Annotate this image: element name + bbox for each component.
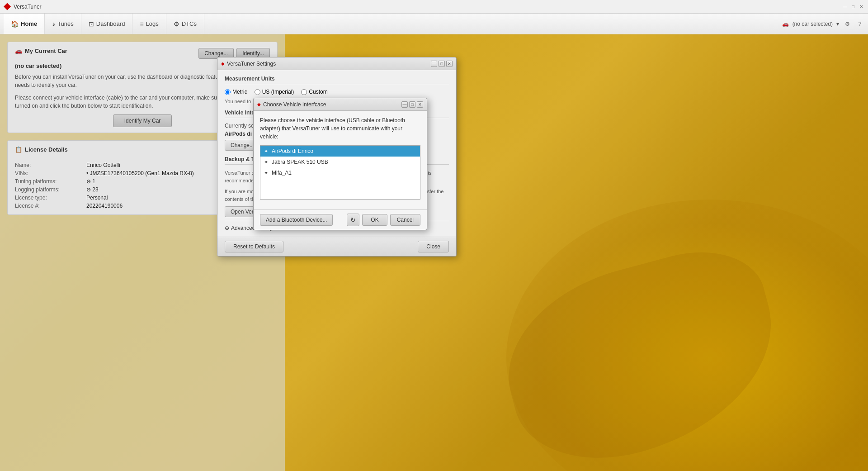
cancel-button[interactable]: Cancel xyxy=(390,214,420,226)
tab-dtcs[interactable]: ⚙ DTCs xyxy=(166,14,204,34)
radio-us[interactable]: US (Imperial) xyxy=(255,89,294,95)
radio-custom[interactable]: Custom xyxy=(301,89,327,95)
vehicle-action-buttons: ↻ OK Cancel xyxy=(347,214,420,226)
no-car-label: (no car selected) xyxy=(793,21,833,27)
tab-home-label: Home xyxy=(21,20,37,27)
tab-home[interactable]: 🏠 Home xyxy=(4,14,45,34)
vehicle-maximize-button[interactable]: □ xyxy=(409,101,415,108)
app-title: VersaTuner xyxy=(14,4,42,10)
device-item-jabra[interactable]: Jabra SPEAK 510 USB xyxy=(260,157,420,167)
settings-minimize-button[interactable]: — xyxy=(431,61,437,67)
settings-close-button[interactable]: ✕ xyxy=(446,61,453,67)
vehicle-dialog-controls: — □ ✕ xyxy=(401,101,423,108)
device-name-0: AirPods di Enrico xyxy=(272,148,313,154)
measurement-radio-group: Metric US (Imperial) Custom xyxy=(225,89,449,95)
home-icon: 🏠 xyxy=(11,20,19,28)
window-controls: — □ ✕ xyxy=(842,4,864,10)
dtcs-icon: ⚙ xyxy=(174,20,179,28)
settings-dialog-titlebar: ◆ VersaTuner Settings — □ ✕ xyxy=(217,57,456,70)
advanced-chevron-icon: ⊖ xyxy=(225,225,229,231)
bluetooth-icon-1 xyxy=(264,159,268,165)
device-item-mifa[interactable]: Mifa_A1 xyxy=(260,167,420,178)
vehicle-dialog-description: Please choose the vehicle interface (USB… xyxy=(260,116,420,141)
tab-dtcs-label: DTCs xyxy=(182,20,197,27)
maximize-button[interactable]: □ xyxy=(850,4,856,10)
device-name-1: Jabra SPEAK 510 USB xyxy=(272,159,328,165)
tab-logs-label: Logs xyxy=(146,20,159,27)
tab-logs[interactable]: ≡ Logs xyxy=(132,14,166,34)
refresh-button[interactable]: ↻ xyxy=(347,214,359,226)
measurement-units-title: Measurement Units xyxy=(225,76,449,84)
vehicle-dialog-body: Please choose the vehicle interface (USB… xyxy=(254,111,427,209)
logs-icon: ≡ xyxy=(140,20,143,28)
tab-dashboard[interactable]: ⊡ Dashboard xyxy=(81,14,133,34)
bluetooth-icon-2 xyxy=(264,170,268,176)
settings-close-footer-button[interactable]: Close xyxy=(418,241,449,252)
settings-maximize-button[interactable]: □ xyxy=(439,61,445,67)
settings-dialog-title-text: ◆ VersaTuner Settings xyxy=(221,61,276,67)
app-window: VersaTuner — □ ✕ 🏠 Home ♪ Tunes ⊡ Dashbo… xyxy=(0,0,868,471)
settings-dialog-label: VersaTuner Settings xyxy=(227,61,276,67)
vehicle-dialog-title-text: ◆ Choose Vehicle Interfcace xyxy=(257,101,326,108)
car-icon: 🚗 xyxy=(782,21,789,27)
device-list: AirPods di Enrico Jabra SPEAK 510 USB Mi… xyxy=(260,145,420,200)
tab-dashboard-label: Dashboard xyxy=(96,20,125,27)
device-name-2: Mifa_A1 xyxy=(272,170,292,176)
vehicle-interface-dialog: ◆ Choose Vehicle Interfcace — □ ✕ Please… xyxy=(253,98,427,230)
vehicle-minimize-button[interactable]: — xyxy=(401,101,408,108)
tab-tunes[interactable]: ♪ Tunes xyxy=(45,14,81,34)
vehicle-dialog-titlebar: ◆ Choose Vehicle Interfcace — □ ✕ xyxy=(254,98,427,111)
refresh-icon: ↻ xyxy=(350,216,356,224)
title-bar: VersaTuner — □ ✕ xyxy=(0,0,868,14)
settings-icon[interactable]: ⚙ xyxy=(843,19,852,29)
radio-custom-label: Custom xyxy=(309,89,327,95)
vehicle-close-button[interactable]: ✕ xyxy=(417,101,423,108)
tunes-icon: ♪ xyxy=(52,20,55,28)
vehicle-dialog-label: Choose Vehicle Interfcace xyxy=(263,101,326,108)
bluetooth-icon-0 xyxy=(264,148,268,154)
nav-tabs: 🏠 Home ♪ Tunes ⊡ Dashboard ≡ Logs ⚙ DTCs xyxy=(4,14,204,34)
reset-defaults-button[interactable]: Reset to Defaults xyxy=(225,241,283,252)
nav-dropdown-icon[interactable]: ▾ xyxy=(836,21,839,27)
nav-right: 🚗 (no car selected) ▾ ⚙ ? xyxy=(782,19,864,29)
radio-metric[interactable]: Metric xyxy=(225,89,247,95)
main-content: 🚗 My Current Car Change... Identify... (… xyxy=(0,34,868,471)
nav-bar: 🏠 Home ♪ Tunes ⊡ Dashboard ≡ Logs ⚙ DTCs… xyxy=(0,14,868,34)
ok-button[interactable]: OK xyxy=(362,214,387,226)
app-icon xyxy=(4,3,11,10)
device-item-airpods[interactable]: AirPods di Enrico xyxy=(260,146,420,157)
radio-metric-label: Metric xyxy=(232,89,247,95)
help-icon[interactable]: ? xyxy=(855,19,864,29)
settings-dialog-footer: Reset to Defaults Close xyxy=(217,237,456,256)
vehicle-dialog-icon: ◆ xyxy=(257,102,261,107)
add-bluetooth-button[interactable]: Add a Bluetooth Device... xyxy=(260,214,333,226)
radio-us-label: US (Imperial) xyxy=(262,89,294,95)
minimize-button[interactable]: — xyxy=(842,4,848,10)
vehicle-dialog-footer: Add a Bluetooth Device... ↻ OK Cancel xyxy=(254,209,427,230)
settings-dialog-controls: — □ ✕ xyxy=(431,61,453,67)
title-bar-left: VersaTuner xyxy=(4,3,42,10)
dashboard-icon: ⊡ xyxy=(89,20,94,28)
settings-dialog-icon: ◆ xyxy=(221,61,225,66)
close-button[interactable]: ✕ xyxy=(858,4,864,10)
tab-tunes-label: Tunes xyxy=(57,20,74,27)
